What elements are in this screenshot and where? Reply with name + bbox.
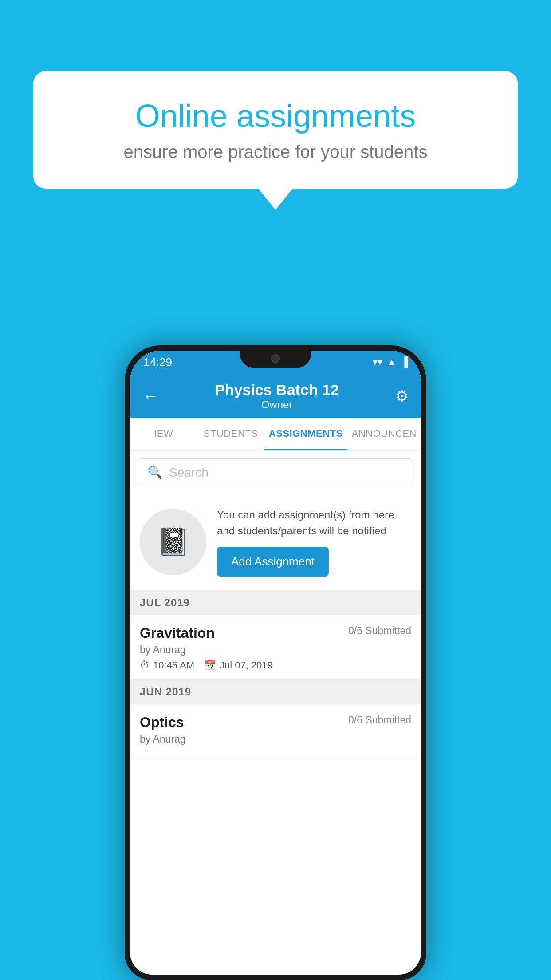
assignment-date: 📅 Jul 07, 2019 [204, 660, 273, 671]
search-icon: 🔍 [147, 465, 163, 480]
tabs-container: IEW STUDENTS ASSIGNMENTS ANNOUNCEN [130, 418, 421, 451]
add-assignment-button[interactable]: Add Assignment [217, 547, 329, 577]
search-input[interactable]: Search [169, 466, 209, 480]
assignment-text-area: You can add assignment(s) from here and … [217, 507, 411, 577]
phone-notch [240, 351, 311, 368]
settings-icon[interactable]: ⚙ [395, 387, 409, 405]
bubble-subtitle: ensure more practice for your students [69, 142, 482, 162]
assignment-date-value: Jul 07, 2019 [220, 660, 273, 671]
notebook-icon: 📓 [157, 526, 190, 557]
assignment-meta: ⏱ 10:45 AM 📅 Jul 07, 2019 [140, 660, 411, 671]
assignment-submitted: 0/6 Submitted [348, 625, 411, 637]
wifi-icon: ▾▾ [373, 356, 382, 368]
tab-iew[interactable]: IEW [130, 418, 197, 450]
app-bar-subtitle: Owner [215, 399, 339, 411]
app-bar-title-container: Physics Batch 12 Owner [215, 381, 339, 411]
speech-bubble-container: Online assignments ensure more practice … [33, 71, 518, 189]
assignment-item-header-optics: Optics 0/6 Submitted [140, 714, 411, 731]
add-assignment-section: 📓 You can add assignment(s) from here an… [130, 494, 421, 590]
search-bar[interactable]: 🔍 Search [138, 458, 413, 486]
phone-frame: 14:29 ▾▾ ▲ ▐ ← Physics Batch 12 Owner ⚙ … [125, 345, 426, 980]
status-time: 14:29 [143, 356, 172, 369]
assignment-name-optics: Optics [140, 714, 184, 731]
assignment-name: Gravitation [140, 625, 215, 641]
assignment-time-value: 10:45 AM [153, 660, 194, 671]
assignment-by-optics: by Anurag [140, 733, 411, 745]
assignment-description: You can add assignment(s) from here and … [217, 507, 411, 539]
assignment-item-optics[interactable]: Optics 0/6 Submitted by Anurag [130, 704, 421, 757]
assignment-submitted-optics: 0/6 Submitted [348, 714, 411, 726]
tab-announcements[interactable]: ANNOUNCEN [347, 418, 421, 450]
battery-icon: ▐ [401, 356, 408, 368]
assignment-item-header: Gravitation 0/6 Submitted [140, 625, 411, 641]
speech-bubble: Online assignments ensure more practice … [33, 71, 518, 189]
status-icons: ▾▾ ▲ ▐ [373, 356, 408, 368]
assignment-item-gravitation[interactable]: Gravitation 0/6 Submitted by Anurag ⏱ 10… [130, 615, 421, 680]
back-button[interactable]: ← [142, 387, 158, 405]
assignment-icon-circle: 📓 [140, 509, 206, 575]
bubble-title: Online assignments [69, 98, 482, 134]
assignment-by: by Anurag [140, 644, 411, 656]
clock-icon: ⏱ [140, 660, 150, 671]
phone-camera [271, 354, 280, 363]
section-header-jun: JUN 2019 [130, 680, 421, 704]
app-bar-title: Physics Batch 12 [215, 381, 339, 399]
search-bar-container: 🔍 Search [130, 451, 421, 494]
calendar-icon: 📅 [204, 660, 216, 671]
app-bar: ← Physics Batch 12 Owner ⚙ [130, 374, 421, 418]
signal-icon: ▲ [387, 356, 397, 368]
phone-screen: 14:29 ▾▾ ▲ ▐ ← Physics Batch 12 Owner ⚙ … [130, 351, 421, 975]
tab-assignments[interactable]: ASSIGNMENTS [264, 418, 347, 450]
section-header-jul: JUL 2019 [130, 590, 421, 615]
tab-students[interactable]: STUDENTS [197, 418, 264, 450]
assignment-time: ⏱ 10:45 AM [140, 660, 194, 671]
